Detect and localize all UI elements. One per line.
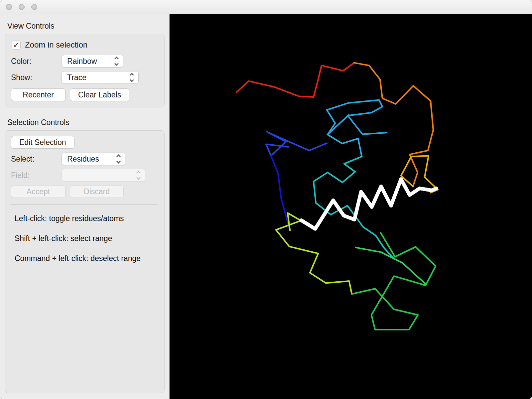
select-row: Select: Residues xyxy=(11,153,158,165)
field-row: Field: xyxy=(11,169,158,182)
show-label: Show: xyxy=(11,73,62,82)
color-dropdown-value: Rainbow xyxy=(67,57,97,66)
show-dropdown[interactable]: Trace xyxy=(62,71,139,84)
select-dropdown-value: Residues xyxy=(67,155,99,164)
select-label: Select: xyxy=(11,155,62,164)
color-label: Color: xyxy=(11,57,62,66)
trace-darkblue[interactable] xyxy=(271,156,290,230)
trace-orange[interactable] xyxy=(354,63,433,187)
recenter-button[interactable]: Recenter xyxy=(11,88,66,101)
molecule-svg xyxy=(170,14,532,399)
trace-blue[interactable] xyxy=(266,132,327,156)
zoom-in-selection-label: Zoom in selection xyxy=(25,40,87,50)
field-dropdown xyxy=(62,169,145,182)
trace-teal[interactable] xyxy=(314,157,394,259)
show-row: Show: Trace xyxy=(11,71,158,84)
minimize-button[interactable] xyxy=(19,4,25,10)
select-dropdown[interactable]: Residues xyxy=(62,153,125,165)
checkbox-box-icon[interactable]: ✓ xyxy=(12,41,21,50)
selection-controls-group: Edit Selection Select: Residues Field: xyxy=(5,130,165,393)
chevron-up-down-icon xyxy=(114,155,123,163)
view-buttons-row: Recenter Clear Labels xyxy=(11,88,158,101)
chevron-up-down-icon xyxy=(127,73,136,81)
view-controls-group: ✓ Zoom in selection Color: Rainbow Show: xyxy=(5,34,165,107)
zoom-in-selection-checkbox[interactable]: ✓ Zoom in selection xyxy=(12,40,158,50)
help-line-shift-click: Shift + left-click: select range xyxy=(15,234,158,243)
sidebar: View Controls ✓ Zoom in selection Color:… xyxy=(0,14,170,399)
trace-skyblue-a[interactable] xyxy=(327,100,387,135)
field-label: Field: xyxy=(11,171,62,180)
help-line-left-click: Left-click: toggle residues/atoms xyxy=(15,214,158,223)
trace-red[interactable] xyxy=(237,63,354,97)
trace-skyblue-b[interactable] xyxy=(328,135,362,157)
trace-springgreen[interactable] xyxy=(356,247,426,284)
chevron-up-down-icon xyxy=(134,171,143,179)
edit-selection-button[interactable]: Edit Selection xyxy=(11,136,74,149)
discard-button: Discard xyxy=(70,185,124,198)
edit-selection-row: Edit Selection xyxy=(11,136,158,149)
show-dropdown-value: Trace xyxy=(67,73,86,82)
molecule-viewport[interactable] xyxy=(170,14,532,399)
zoom-button[interactable] xyxy=(31,4,37,10)
view-controls-heading: View Controls xyxy=(7,22,162,31)
trace-chartreuse[interactable] xyxy=(276,213,352,294)
help-line-command-click: Command + left-click: deselect range xyxy=(15,254,158,263)
selection-controls-heading: Selection Controls xyxy=(7,118,162,127)
selected-segment[interactable] xyxy=(301,179,436,229)
accept-discard-row: Accept Discard xyxy=(11,185,158,198)
accept-button: Accept xyxy=(11,185,66,198)
title-bar[interactable] xyxy=(0,0,532,14)
divider xyxy=(11,204,158,205)
window-controls xyxy=(6,4,37,10)
color-dropdown[interactable]: Rainbow xyxy=(62,55,123,67)
app-window: View Controls ✓ Zoom in selection Color:… xyxy=(0,0,532,399)
close-button[interactable] xyxy=(6,4,12,10)
clear-labels-button[interactable]: Clear Labels xyxy=(70,88,129,101)
chevron-up-down-icon xyxy=(112,57,121,65)
color-row: Color: Rainbow xyxy=(11,55,158,67)
checkmark-icon: ✓ xyxy=(13,42,19,49)
